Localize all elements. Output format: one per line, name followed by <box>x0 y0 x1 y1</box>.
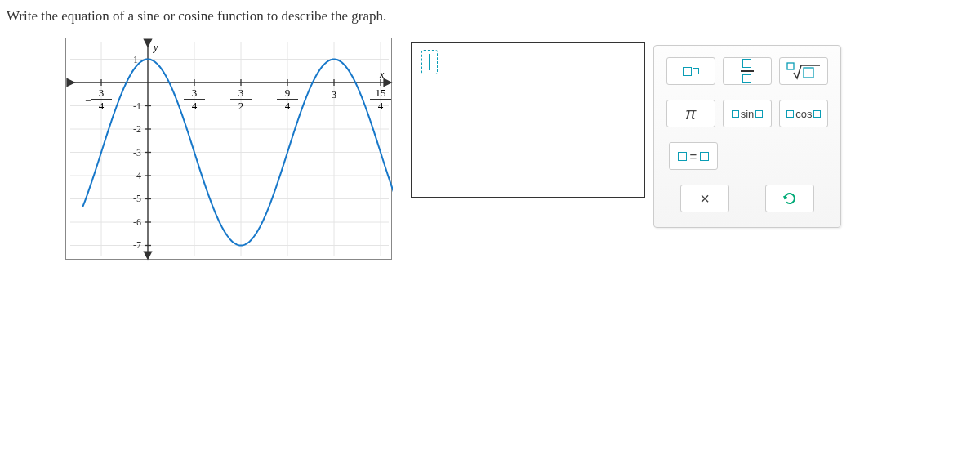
svg-text:-2: -2 <box>133 123 141 135</box>
svg-rect-40 <box>787 63 794 69</box>
nth-root-button[interactable] <box>779 57 828 85</box>
svg-text:-3: -3 <box>133 147 141 158</box>
clear-button[interactable]: × <box>680 185 729 212</box>
svg-text:y: y <box>153 42 158 53</box>
svg-text:-4: -4 <box>133 170 141 181</box>
sin-button[interactable]: sin <box>723 100 772 127</box>
x-tick-3: 3 <box>323 89 345 100</box>
x-tick-32: 32 <box>230 87 252 111</box>
x-tick-34: 34 <box>184 87 205 111</box>
svg-text:1: 1 <box>133 54 138 65</box>
exponent-button[interactable] <box>666 57 715 85</box>
pi-button[interactable]: π <box>666 100 715 127</box>
question-text: Write the equation of a sine or cosine f… <box>7 8 386 25</box>
function-graph: 1 -1 -2 -3 -4 -5 -6 -7 y x −34 34 32 94 … <box>65 38 392 260</box>
equals-button[interactable]: = <box>669 142 718 170</box>
undo-button[interactable] <box>765 185 814 212</box>
equation-cursor[interactable] <box>421 50 438 74</box>
math-toolbox: π sin cos = × <box>653 45 841 228</box>
x-tick-94: 94 <box>277 87 298 111</box>
svg-text:-5: -5 <box>133 193 141 204</box>
svg-text:-7: -7 <box>133 239 141 251</box>
answer-input-panel[interactable] <box>411 42 645 198</box>
svg-text:-1: -1 <box>133 100 141 112</box>
svg-rect-41 <box>804 68 813 78</box>
svg-text:-6: -6 <box>133 216 141 228</box>
fraction-button[interactable] <box>723 57 772 85</box>
x-tick-neg34: −34 <box>91 87 112 111</box>
cos-button[interactable]: cos <box>779 100 828 127</box>
x-tick-154: 154 <box>370 87 391 111</box>
svg-text:x: x <box>379 69 385 80</box>
